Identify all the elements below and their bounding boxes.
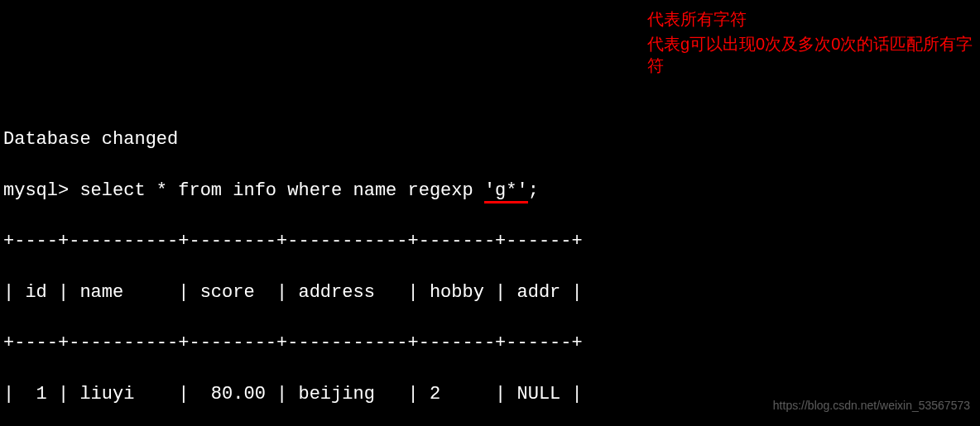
table-border-top: +----+----------+--------+-----------+--…: [3, 229, 977, 255]
query-regexp-pattern: 'g*': [484, 180, 528, 203]
query-text-post: ;: [528, 180, 539, 201]
annotation-top: 代表所有字符: [647, 8, 747, 30]
table-header-row: | id | name | score | address | hobby | …: [3, 280, 977, 306]
mysql-prompt: mysql>: [3, 180, 79, 201]
watermark: https://blog.csdn.net/weixin_53567573: [773, 398, 970, 414]
terminal-output: Database changed mysql> select * from in…: [0, 102, 980, 426]
query-text-pre: select * from info where name regexp: [79, 180, 483, 201]
annotation-side: 代表g可以出现0次及多次0次的话匹配所有字符: [647, 33, 978, 76]
status-line: Database changed: [3, 127, 977, 153]
table-border-mid: +----+----------+--------+-----------+--…: [3, 331, 977, 357]
query-line: mysql> select * from info where name reg…: [3, 179, 977, 204]
